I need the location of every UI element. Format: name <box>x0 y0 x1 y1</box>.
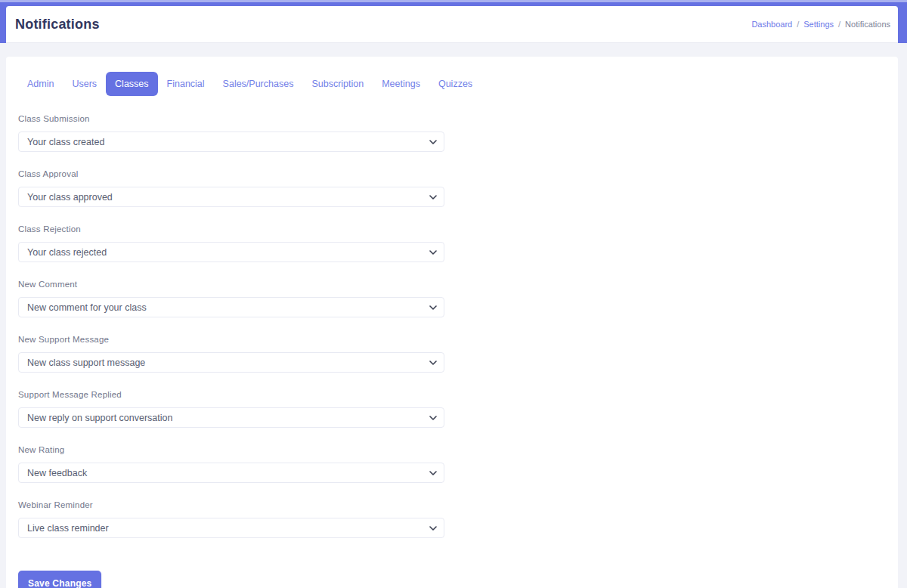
select-wrap: Your class rejected <box>18 242 444 262</box>
select-class-approval[interactable]: Your class approved <box>18 187 444 207</box>
select-support-message-replied[interactable]: New reply on support conversation <box>18 407 444 428</box>
breadcrumb-separator: / <box>838 20 840 29</box>
form-group: Class Rejection Your class rejected <box>18 224 886 262</box>
tab-sales-purchases[interactable]: Sales/Purchases <box>214 72 303 96</box>
breadcrumb-current: Notifications <box>845 20 890 29</box>
field-label: Support Message Replied <box>18 390 886 399</box>
select-wrap: Live class reminder <box>18 518 444 538</box>
form-group: New Support Message New class support me… <box>18 335 886 373</box>
select-class-submission[interactable]: Your class created <box>18 132 444 152</box>
form-group: Webinar Reminder Live class reminder <box>18 500 886 538</box>
page-header: Notifications Dashboard / Settings / Not… <box>6 6 898 43</box>
save-changes-button[interactable]: Save Changes <box>18 571 101 588</box>
tab-subscription[interactable]: Subscription <box>302 72 373 96</box>
tab-users[interactable]: Users <box>63 72 106 96</box>
breadcrumb-dashboard[interactable]: Dashboard <box>751 20 792 29</box>
field-label: Class Submission <box>18 114 886 123</box>
tab-admin[interactable]: Admin <box>18 72 63 96</box>
select-new-comment[interactable]: New comment for your class <box>18 297 444 317</box>
breadcrumb-settings[interactable]: Settings <box>803 20 834 29</box>
field-label: New Support Message <box>18 335 886 344</box>
field-label: Class Approval <box>18 169 886 178</box>
tab-quizzes[interactable]: Quizzes <box>429 72 481 96</box>
tab-meetings[interactable]: Meetings <box>373 72 429 96</box>
select-wrap: New class support message <box>18 352 444 373</box>
notifications-settings-card: AdminUsersClassesFinancialSales/Purchase… <box>6 57 898 588</box>
select-wrap: New feedback <box>18 463 444 483</box>
form-group: New Comment New comment for your class <box>18 280 886 317</box>
tabs-nav: AdminUsersClassesFinancialSales/Purchase… <box>18 72 886 96</box>
select-wrap: Your class created <box>18 132 444 152</box>
field-label: Class Rejection <box>18 224 886 234</box>
form-group: Class Approval Your class approved <box>18 169 886 207</box>
field-label: Webinar Reminder <box>18 500 886 509</box>
breadcrumb-separator: / <box>797 20 799 29</box>
notifications-form: Class Submission Your class created Clas… <box>18 114 886 588</box>
form-group: New Rating New feedback <box>18 445 886 483</box>
form-group: Support Message Replied New reply on sup… <box>18 390 886 428</box>
select-wrap: Your class approved <box>18 187 444 207</box>
select-new-rating[interactable]: New feedback <box>18 463 444 483</box>
form-group: Class Submission Your class created <box>18 114 886 152</box>
select-wrap: New comment for your class <box>18 297 444 317</box>
field-label: New Comment <box>18 280 886 289</box>
tab-classes[interactable]: Classes <box>106 72 157 96</box>
field-label: New Rating <box>18 445 886 454</box>
select-class-rejection[interactable]: Your class rejected <box>18 242 444 262</box>
page-title: Notifications <box>15 17 100 32</box>
select-new-support-message[interactable]: New class support message <box>18 352 444 373</box>
select-webinar-reminder[interactable]: Live class reminder <box>18 518 444 538</box>
breadcrumb: Dashboard / Settings / Notifications <box>751 20 890 29</box>
select-wrap: New reply on support conversation <box>18 407 444 428</box>
tab-financial[interactable]: Financial <box>158 72 214 96</box>
